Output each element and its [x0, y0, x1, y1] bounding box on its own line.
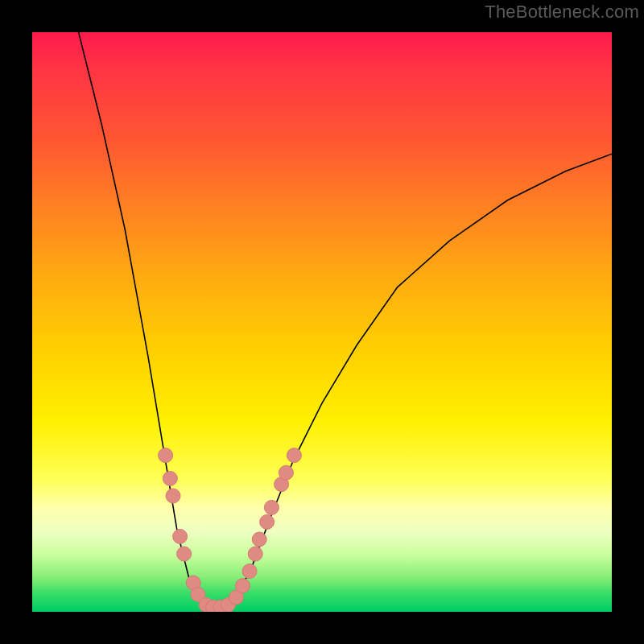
chart-frame: TheBottleneck.com: [0, 0, 644, 644]
data-marker: [166, 489, 180, 503]
data-marker: [279, 465, 293, 480]
data-marker: [242, 564, 257, 579]
data-marker: [264, 500, 279, 514]
data-marker: [177, 547, 192, 561]
bottleneck-curve: [79, 32, 612, 609]
watermark-text: TheBottleneck.com: [485, 2, 639, 23]
data-marker: [235, 579, 250, 593]
data-marker: [252, 532, 266, 547]
data-markers: [159, 448, 302, 612]
data-marker: [260, 514, 275, 529]
data-marker: [163, 471, 177, 485]
data-marker: [248, 547, 262, 561]
plot-area: [32, 32, 612, 612]
data-marker: [287, 448, 301, 463]
data-marker: [173, 529, 188, 543]
data-marker: [159, 448, 173, 463]
bottleneck-plot: [32, 32, 612, 612]
